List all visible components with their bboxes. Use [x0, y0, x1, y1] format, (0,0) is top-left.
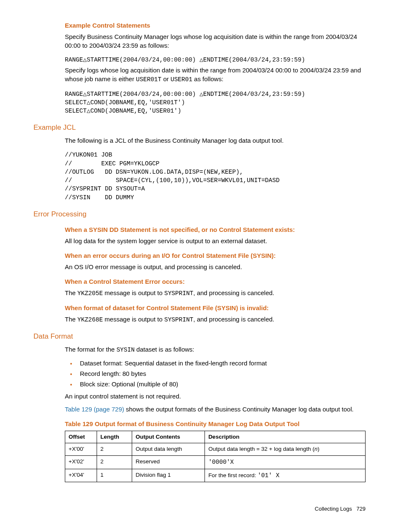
inline-code: '0000'X [208, 459, 234, 465]
inline-code: USER01T [136, 76, 161, 83]
cell-offset: +X'00' [65, 443, 97, 456]
error-item-1-title: When a SYSIN DD Statement is not specifi… [65, 225, 366, 234]
code-range-1: RANGE△STARTTIME(2004/03/24,00:00:00) △EN… [65, 56, 366, 64]
table-header-row: Offset Length Output Contents Descriptio… [65, 431, 366, 443]
table-row: +X'04' 1 Division flag 1 For the first r… [65, 469, 366, 482]
error-item-3-title: When a Control Statement Error occurs: [65, 277, 366, 286]
text: The [65, 316, 77, 323]
example-jcl-heading: Example JCL [33, 123, 366, 133]
cell-contents: Division flag 1 [132, 469, 205, 482]
cell-offset: +X'02' [65, 456, 97, 469]
inline-code: SYSPRINT [164, 316, 194, 323]
cell-length: 2 [97, 456, 132, 469]
para-text: as follows: [192, 75, 223, 82]
cell-length: 1 [97, 469, 132, 482]
para-jcl-intro: The following is a JCL of the Business C… [65, 136, 366, 145]
error-item-2-body: An OS I/O error message is output, and p… [65, 262, 366, 271]
cell-length: 2 [97, 443, 132, 456]
text: ) [317, 446, 320, 452]
th-offset: Offset [65, 431, 97, 443]
th-length: Length [97, 431, 132, 443]
text: message is output to [103, 316, 164, 323]
list-item: Record length: 80 bytes [77, 369, 366, 378]
example-control-heading: Example Control Statements [65, 21, 366, 30]
page-footer: Collecting Logs 729 [33, 505, 366, 513]
para-table-ref: Table 129 (page 729) shows the output fo… [65, 405, 366, 414]
list-item: Dataset format: Sequential dataset in th… [77, 359, 366, 368]
code-jcl: //YUKON01 JOB // EXEC PGM=YKLOGCP //OUTL… [65, 151, 366, 202]
output-format-table: Offset Length Output Contents Descriptio… [65, 431, 366, 482]
text: dataset is as follows: [135, 346, 194, 353]
text: The [65, 289, 77, 296]
error-item-2-title: When an error occurs during an I/O for C… [65, 251, 366, 260]
error-item-4-title: When format of dataset for Control State… [65, 303, 366, 312]
para-text: or [161, 75, 171, 82]
inline-code: SYSIN [116, 347, 135, 353]
error-item-4-body: The YKZ268E message is output to SYSPRIN… [65, 315, 366, 324]
para-sysin-format: The format for the SYSIN dataset is as f… [65, 345, 366, 354]
cell-offset: +X'04' [65, 469, 97, 482]
inline-code: YKZ268E [77, 316, 103, 323]
th-description: Description [205, 431, 366, 443]
error-processing-heading: Error Processing [33, 209, 366, 219]
inline-code: '01' X [258, 472, 279, 479]
cell-desc: Output data length = 32 + log data lengt… [205, 443, 366, 456]
text: Output data length = 32 + log data lengt… [208, 446, 315, 452]
error-item-3-body: The YKZ205E message is output to SYSPRIN… [65, 288, 366, 298]
th-contents: Output Contents [132, 431, 205, 443]
data-format-heading: Data Format [33, 332, 366, 342]
format-bullet-list: Dataset format: Sequential dataset in th… [65, 359, 366, 388]
para-specify-jobname: Specify logs whose log acquisition date … [65, 66, 366, 84]
cell-desc: For the first record: '01' X [205, 469, 366, 482]
inline-code: SYSPRINT [164, 290, 194, 297]
cell-desc: '0000'X [205, 456, 366, 469]
text: For the first record: [208, 472, 258, 478]
footer-page-number: 729 [356, 506, 366, 512]
table-caption: Table 129 Output format of Business Cont… [65, 419, 366, 428]
text: message is output to [103, 289, 164, 296]
footer-section: Collecting Logs [315, 506, 352, 512]
text: , and processing is canceled. [193, 316, 274, 323]
para-not-required: An input control statement is not requir… [65, 392, 366, 401]
text: shows the output formats of the Business… [124, 406, 354, 413]
inline-code: YKZ205E [77, 290, 103, 297]
table-link[interactable]: Table 129 (page 729) [65, 406, 124, 413]
table-row: +X'00' 2 Output data length Output data … [65, 443, 366, 456]
text: The format for the [65, 346, 116, 353]
table-row: +X'02' 2 Reserved '0000'X [65, 456, 366, 469]
text: , and processing is canceled. [193, 289, 274, 296]
cell-contents: Reserved [132, 456, 205, 469]
list-item: Block size: Optional (multiple of 80) [77, 380, 366, 388]
para-specify-range: Specify Business Continuity Manager logs… [65, 32, 366, 50]
error-item-1-body: All log data for the system logger servi… [65, 236, 366, 245]
cell-contents: Output data length [132, 443, 205, 456]
code-range-2: RANGE△STARTTIME(2004/03/24,00:00:00) △EN… [65, 90, 366, 116]
inline-code: USER01 [171, 76, 192, 83]
